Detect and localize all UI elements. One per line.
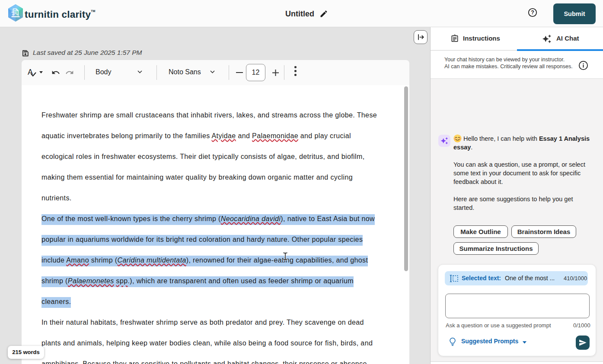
svg-text:?: ? xyxy=(531,9,534,16)
